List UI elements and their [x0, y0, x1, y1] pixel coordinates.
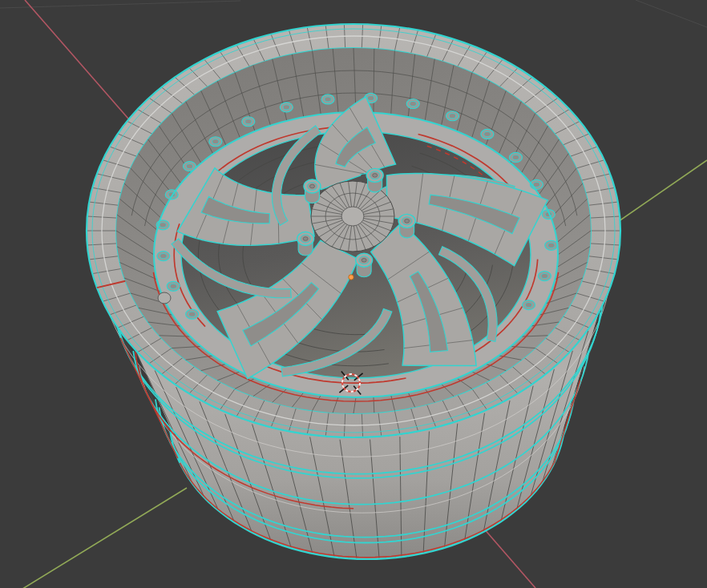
flange-bolt-hole: [321, 95, 334, 104]
flange-bolt-hole: [167, 281, 180, 291]
bolt-hole-inner: [525, 303, 531, 308]
valve-stem: [158, 292, 171, 304]
bolt-hole-inner: [245, 119, 252, 124]
lug-bolt-core: [309, 184, 314, 188]
bolt-hole-inner: [548, 243, 555, 248]
bolt-hole-inner: [533, 182, 539, 187]
flange-bolt-hole: [446, 111, 459, 121]
bolt-hole-inner: [189, 312, 196, 316]
lug-bolt-core: [362, 258, 366, 262]
lug-bolt-core: [373, 174, 378, 178]
x-axis-line: [25, 0, 128, 119]
flange-bolt-hole: [509, 152, 522, 162]
bolt-hole-inner: [541, 273, 547, 278]
flange-bolt-hole: [523, 300, 535, 310]
lug-bolt: [366, 168, 383, 192]
bolt-hole-inner: [186, 164, 192, 169]
flange-bolt-hole: [242, 117, 255, 127]
bolt-hole-inner: [160, 223, 166, 228]
bolt-hole-inner: [449, 114, 455, 119]
flange-bolt-hole: [209, 137, 222, 147]
bolt-hole-inner: [410, 101, 416, 106]
lug-bolt: [304, 179, 321, 203]
lug-bolt-core: [303, 237, 308, 241]
x-axis-line: [478, 522, 535, 588]
grid-line: [0, 1, 240, 8]
bolt-hole-inner: [512, 155, 519, 159]
lug-bolt: [356, 253, 373, 277]
lug-bolt: [297, 232, 314, 256]
flange-bolt-hole: [186, 309, 199, 319]
wheel-rim-mesh[interactable]: [87, 24, 620, 559]
flange-bolt-hole: [280, 103, 293, 112]
flange-bolt-hole: [481, 129, 494, 139]
bolt-hole-inner: [160, 254, 167, 259]
lug-bolt: [398, 214, 415, 238]
grid-line: [636, 0, 707, 27]
bolt-hole-inner: [283, 105, 289, 110]
bolt-hole-inner: [484, 131, 491, 136]
flange-bolt-hole: [545, 240, 558, 250]
viewport-canvas[interactable]: [0, 0, 707, 588]
lug-bolt-core: [405, 219, 410, 224]
flange-bolt-hole: [538, 272, 551, 281]
3d-viewport[interactable]: [0, 0, 707, 588]
flange-bolt-hole: [406, 99, 419, 109]
hub-center-boss: [341, 207, 364, 226]
object-origin-dot: [349, 275, 354, 280]
bolt-hole-inner: [212, 139, 219, 144]
bolt-hole-inner: [325, 97, 331, 102]
y-axis-line: [611, 160, 707, 227]
flange-bolt-hole: [157, 252, 170, 261]
bolt-hole-inner: [170, 284, 176, 288]
y-axis-line: [16, 488, 187, 588]
flange-bolt-hole: [165, 190, 178, 199]
bolt-hole-inner: [367, 95, 374, 100]
